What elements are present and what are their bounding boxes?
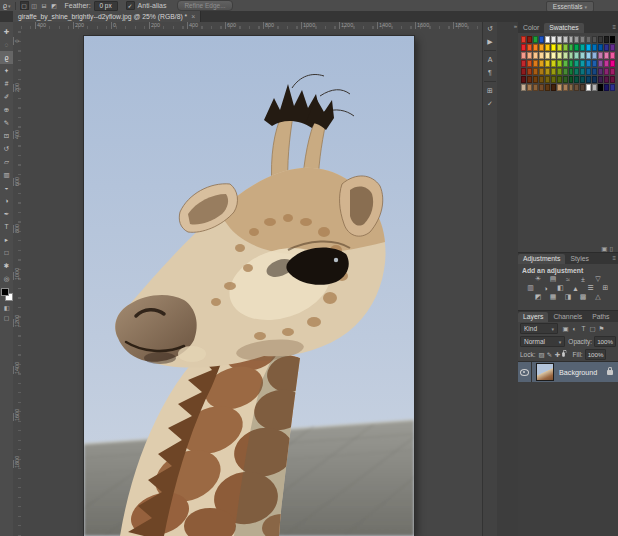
type-tool[interactable]: T <box>0 220 13 233</box>
color-swatch[interactable] <box>557 84 562 91</box>
color-swatch[interactable] <box>545 84 550 91</box>
color-swatch[interactable] <box>533 36 538 43</box>
filter-type-layers-icon[interactable]: T <box>579 324 588 333</box>
color-swatch[interactable] <box>557 60 562 67</box>
vibrance-icon[interactable]: ▽ <box>593 275 603 283</box>
color-swatch[interactable] <box>551 76 556 83</box>
color-swatch[interactable] <box>610 68 615 75</box>
color-swatch[interactable] <box>580 36 585 43</box>
tab-channels[interactable]: Channels <box>548 312 587 322</box>
color-swatch[interactable] <box>574 76 579 83</box>
feather-input[interactable]: 0 px <box>94 1 118 11</box>
color-swatch[interactable] <box>563 84 568 91</box>
color-swatch[interactable] <box>563 44 568 51</box>
color-swatch[interactable] <box>539 76 544 83</box>
color-swatch[interactable] <box>592 84 597 91</box>
color-swatch[interactable] <box>557 44 562 51</box>
color-swatch[interactable] <box>527 76 532 83</box>
crop-tool[interactable]: # <box>0 77 13 90</box>
filter-adjustment-layers-icon[interactable]: ◐ <box>570 324 579 333</box>
color-swatch[interactable] <box>604 68 609 75</box>
color-swatch[interactable] <box>563 68 568 75</box>
color-swatch[interactable] <box>610 44 615 51</box>
color-swatch[interactable] <box>539 36 544 43</box>
gradient-tool[interactable]: ▥ <box>0 168 13 181</box>
color-swatch[interactable] <box>604 44 609 51</box>
channel-mixer-icon[interactable]: ☰ <box>586 284 596 292</box>
blend-mode-dropdown[interactable]: Normal ▾ <box>520 336 565 347</box>
layer-filter-dropdown[interactable]: Kind ▾ <box>520 323 558 334</box>
filter-smart-objects-icon[interactable]: ⚑ <box>597 324 606 333</box>
color-swatch[interactable] <box>539 84 544 91</box>
color-swatch[interactable] <box>521 36 526 43</box>
color-swatch[interactable] <box>521 68 526 75</box>
new-selection-button[interactable]: ▢ <box>20 1 29 10</box>
color-swatch[interactable] <box>533 68 538 75</box>
color-swatch[interactable] <box>586 60 591 67</box>
color-swatch[interactable] <box>604 60 609 67</box>
move-tool[interactable]: ✚ <box>0 25 13 38</box>
anti-alias-checkbox[interactable]: ✓ <box>126 1 135 10</box>
color-swatch[interactable] <box>563 52 568 59</box>
pen-tool[interactable]: ✒ <box>0 207 13 220</box>
color-lookup-icon[interactable]: ⊞ <box>601 284 611 292</box>
color-swatch[interactable] <box>563 60 568 67</box>
color-swatch[interactable] <box>574 36 579 43</box>
color-swatch[interactable] <box>586 84 591 91</box>
brightness-contrast-icon[interactable]: ☀ <box>533 275 543 283</box>
color-swatch[interactable] <box>598 68 603 75</box>
eraser-tool[interactable]: ▱ <box>0 155 13 168</box>
foreground-color-swatch[interactable] <box>1 288 9 296</box>
color-swatch[interactable] <box>527 68 532 75</box>
tab-paths[interactable]: Paths <box>587 312 614 322</box>
color-swatch[interactable] <box>592 52 597 59</box>
screen-mode-button[interactable]: ▢ <box>0 312 13 322</box>
history-brush-tool[interactable]: ↺ <box>0 142 13 155</box>
zoom-tool[interactable]: ◎ <box>0 272 13 285</box>
visibility-toggle[interactable] <box>518 362 532 382</box>
color-swatch[interactable] <box>598 84 603 91</box>
color-swatch[interactable] <box>592 76 597 83</box>
posterize-icon[interactable]: ▦ <box>548 293 558 301</box>
document-tab[interactable]: giraffe_by_shine_brightly--d2yflow.jpg @… <box>13 11 201 22</box>
color-swatch[interactable] <box>527 84 532 91</box>
color-swatch[interactable] <box>569 84 574 91</box>
color-swatch[interactable] <box>545 52 550 59</box>
color-swatch[interactable] <box>574 52 579 59</box>
color-swatch[interactable] <box>539 60 544 67</box>
close-icon[interactable]: × <box>191 13 195 20</box>
color-swatch[interactable] <box>574 84 579 91</box>
color-swatch[interactable] <box>539 44 544 51</box>
color-swatch[interactable] <box>598 44 603 51</box>
intersect-selection-button[interactable]: ◩ <box>50 1 59 10</box>
color-swatch[interactable] <box>580 68 585 75</box>
canvas-image[interactable] <box>84 36 414 536</box>
lock-all-icon[interactable] <box>562 350 570 359</box>
color-swatch[interactable] <box>551 84 556 91</box>
lock-position-icon[interactable]: ✚ <box>554 350 562 359</box>
shape-tool[interactable]: □ <box>0 246 13 259</box>
color-swatch[interactable] <box>569 76 574 83</box>
color-swatch[interactable] <box>604 76 609 83</box>
levels-icon[interactable]: ▤ <box>548 275 558 283</box>
layer-thumbnail[interactable] <box>536 363 554 381</box>
color-swatch[interactable] <box>598 76 603 83</box>
color-swatch[interactable] <box>569 68 574 75</box>
gradient-map-icon[interactable]: ▩ <box>578 293 588 301</box>
color-swatch[interactable] <box>610 36 615 43</box>
selective-color-icon[interactable]: △ <box>593 293 603 301</box>
filter-pixel-layers-icon[interactable]: ▣ <box>561 324 570 333</box>
subtract-from-selection-button[interactable]: ⊟ <box>40 1 49 10</box>
delete-swatch-icon[interactable]: ▯ <box>609 245 615 252</box>
color-swatch[interactable] <box>563 76 568 83</box>
color-swatch[interactable] <box>610 52 615 59</box>
color-swatch[interactable] <box>574 44 579 51</box>
tab-swatches[interactable]: Swatches <box>544 23 583 33</box>
panel-menu-icon[interactable]: ≡ <box>612 24 616 30</box>
color-swatch[interactable] <box>557 36 562 43</box>
color-swatch[interactable] <box>586 52 591 59</box>
character-icon[interactable]: A <box>483 53 497 66</box>
clone-source-icon[interactable]: ⊞ <box>483 84 497 97</box>
color-swatch[interactable] <box>580 44 585 51</box>
tab-styles[interactable]: Styles <box>565 254 594 264</box>
